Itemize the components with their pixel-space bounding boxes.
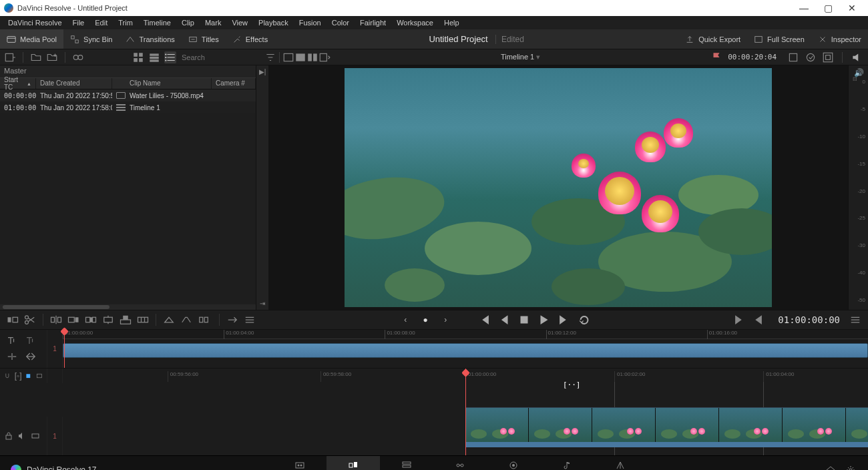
import-media-button[interactable] (4, 51, 16, 63)
upper-ruler[interactable]: 01:00:00:00 01:00:04:00 01:00:08:00 01:0… (63, 330, 868, 339)
bin-header[interactable]: Master (0, 65, 256, 77)
tl-auto-button[interactable]: T (23, 334, 39, 347)
viewer-picker-2[interactable] (294, 51, 306, 63)
boring-detector-button[interactable] (5, 313, 20, 326)
lower-track-index[interactable]: 1 (47, 417, 63, 455)
tools-button-b[interactable] (242, 313, 257, 326)
place-on-top-button[interactable] (118, 313, 133, 326)
menu-edit[interactable]: Edit (89, 19, 113, 27)
menu-mark[interactable]: Mark (200, 19, 226, 27)
media-row[interactable]: 00:00:00:00 Thu Jan 20 2022 17:50:55 Wat… (0, 89, 256, 101)
thumbnail-view-button[interactable] (132, 51, 144, 63)
folder-button[interactable] (30, 51, 42, 63)
folder-add-button[interactable] (46, 51, 58, 63)
upper-track[interactable]: 01:00:00:00 01:00:04:00 01:00:08:00 01:0… (63, 330, 868, 368)
cut-button[interactable] (196, 313, 211, 326)
inspector-toggle[interactable]: Inspector (811, 29, 868, 49)
tl-sync2-button[interactable] (23, 350, 39, 363)
lower-playhead[interactable] (465, 369, 466, 455)
snap-toggle[interactable] (4, 371, 11, 381)
prev-edit-button[interactable] (750, 312, 765, 327)
safe-area-button[interactable] (822, 51, 834, 63)
menu-workspace[interactable]: Workspace (391, 19, 439, 27)
marker-flag-icon[interactable] (710, 51, 722, 63)
timeline-options-button[interactable] (848, 313, 863, 326)
mute-button[interactable] (851, 51, 863, 63)
menu-help[interactable]: Help (439, 19, 465, 27)
col-start-tc[interactable]: Start TC▲ (0, 78, 36, 89)
full-screen-button[interactable]: Full Screen (747, 29, 811, 49)
upper-track-index[interactable]: 1 (47, 330, 63, 368)
track-video-button[interactable] (31, 431, 40, 441)
tools-button-a[interactable] (225, 313, 240, 326)
tab-cut[interactable]: Cut (327, 456, 380, 471)
tab-edit[interactable]: Edit (380, 456, 433, 471)
tools-button-1[interactable] (787, 51, 799, 63)
jog-left-button[interactable]: ‹ (398, 312, 413, 327)
lower-track-area[interactable]: 00:59:56:00 00:59:58:00 01:00:00:00 01:0… (63, 369, 868, 455)
search-input[interactable] (180, 52, 247, 63)
timeline-timecode[interactable]: 01:00:00:00 (770, 314, 848, 325)
audio-track-clip[interactable] (465, 442, 868, 447)
maximize-button[interactable]: ▢ (816, 3, 840, 13)
menu-view[interactable]: View (226, 19, 253, 27)
tab-fusion[interactable]: Fusion (433, 456, 487, 471)
tab-deliver[interactable]: Deliver (594, 456, 647, 471)
menu-color[interactable]: Color (327, 19, 355, 27)
smooth-cut-button[interactable] (179, 313, 194, 326)
marker-toggle[interactable]: [◦] (15, 371, 22, 381)
next-clip-icon[interactable]: ▶| (259, 68, 266, 75)
loop-button[interactable] (577, 312, 592, 327)
source-tape-button[interactable] (72, 51, 84, 63)
effects-toggle[interactable]: Effects (226, 29, 274, 49)
minimize-button[interactable]: — (792, 3, 816, 13)
menu-clip[interactable]: Clip (176, 19, 200, 27)
list-view-button[interactable] (164, 51, 176, 63)
media-pool-toggle[interactable]: Media Pool (0, 29, 63, 49)
menu-fairlight[interactable]: Fairlight (355, 19, 391, 27)
tab-media[interactable]: Media (273, 456, 327, 471)
audio-trim-toggle[interactable]: ■ (26, 371, 33, 381)
split-clip-button[interactable] (23, 313, 37, 326)
upper-clip[interactable] (63, 343, 868, 358)
video-trim-toggle[interactable] (36, 371, 43, 381)
play-button[interactable] (537, 312, 552, 327)
media-row[interactable]: 01:00:00:00 Thu Jan 20 2022 17:58:09 Tim… (0, 101, 256, 113)
settings-button[interactable] (845, 465, 856, 471)
tl-lock-button[interactable]: T (4, 334, 20, 347)
media-pool-hscroll[interactable] (0, 304, 256, 310)
sync-bin-toggle[interactable]: Sync Bin (63, 29, 119, 49)
strip-view-button[interactable] (148, 51, 160, 63)
viewer-canvas[interactable] (268, 65, 848, 310)
prev-frame-button[interactable] (497, 312, 511, 327)
timeline-name-label[interactable]: Timeline 1 ▾ (497, 53, 544, 61)
next-edit-button[interactable] (732, 312, 747, 327)
sort-button[interactable] (264, 51, 276, 63)
append-button[interactable] (66, 313, 81, 326)
col-clip-name[interactable]: Clip Name (112, 78, 212, 89)
stop-button[interactable] (517, 312, 531, 327)
home-button[interactable] (825, 465, 836, 471)
jog-right-button[interactable]: › (438, 312, 453, 327)
ripple-overwrite-button[interactable] (83, 313, 98, 326)
video-track-clip[interactable] (465, 407, 868, 442)
viewer-picker-3[interactable] (306, 51, 318, 63)
jump-end-icon[interactable]: ⇥ (260, 300, 265, 307)
tab-color[interactable]: Color (487, 456, 540, 471)
menu-trim[interactable]: Trim (113, 19, 138, 27)
menu-file[interactable]: File (67, 19, 90, 27)
smart-insert-button[interactable] (49, 313, 63, 326)
tl-sync-button[interactable] (4, 350, 20, 363)
jog-dot-button[interactable]: ● (418, 312, 433, 327)
quick-export-button[interactable]: Quick Export (678, 29, 747, 49)
upper-playhead[interactable] (64, 330, 65, 368)
col-camera[interactable]: Camera # (212, 78, 256, 89)
source-overwrite-button[interactable] (136, 313, 150, 326)
close-button[interactable]: ✕ (840, 3, 864, 13)
tools-button-2[interactable] (805, 51, 817, 63)
col-date-created[interactable]: Date Created (36, 78, 112, 89)
transitions-toggle[interactable]: Transitions (119, 29, 181, 49)
dissolve-button[interactable] (162, 313, 176, 326)
close-up-button[interactable] (101, 313, 116, 326)
menu-playback[interactable]: Playback (253, 19, 294, 27)
